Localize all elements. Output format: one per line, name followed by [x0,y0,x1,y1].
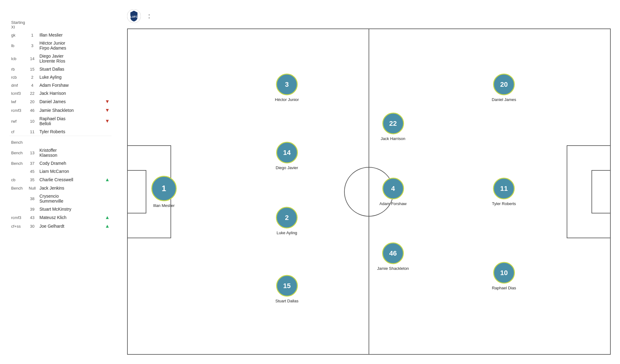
player-node-rwf: 10 Raphael Dias [492,262,516,290]
player-label-rwf: Raphael Dias [492,286,516,290]
player-circle-lwf: 20 [493,73,515,95]
player-icon [103,73,112,81]
player-node-gk: 1 Illan Meslier [151,176,177,208]
player-pos: cf+ss [9,222,27,230]
player-num: 1 [27,31,38,39]
player-num: 13 [27,146,38,159]
substitution-down-icon: ▼ [105,118,110,124]
player-name: Liam McCarron [38,167,103,175]
player-num: 10 [27,115,38,128]
goal-area-right [591,170,610,213]
player-num: 43 [27,213,38,222]
pitch-inner: 1 Illan Meslier 15 Stuart Dallas 2 Luke … [128,29,610,354]
player-pos [9,205,27,213]
player-icon: ▲ [103,175,112,184]
player-name: Joe Gelhardt [38,222,103,230]
player-num: 30 [27,222,38,230]
player-num: 38 [27,192,38,205]
player-num: Null [27,184,38,192]
club-crest-icon: LUFC [127,9,141,23]
player-circle-dmf: 4 [382,178,404,199]
player-node-cf: 11 Tyler Roberts [492,178,516,206]
player-name: KristofferKlaesson [38,146,103,159]
player-circle-gk: 1 [151,176,177,201]
player-name: Adam Forshaw [38,81,103,89]
player-label-lcb: Diego Javier [276,165,298,170]
substitution-up-icon: ▲ [105,177,110,182]
player-pos: rwf [9,115,27,128]
goal-area-left [128,170,146,213]
starting-xi-label: Starting XI [9,19,27,31]
player-label-rcb: Luke Ayling [277,230,297,235]
svg-text:LUFC: LUFC [130,15,138,18]
player-node-rcb: 2 Luke Ayling [276,207,298,235]
player-name: Diego JavierLlorente Ríos [38,52,103,65]
player-circle-rcb: 2 [276,207,298,228]
player-icon [103,167,112,175]
player-node-lcb: 14 Diego Javier [276,142,298,170]
player-num: 3 [27,39,38,52]
player-circle-lb: 3 [276,73,298,95]
player-label-cf: Tyler Roberts [492,201,516,206]
substitution-up-icon: ▲ [105,215,110,220]
player-icon [103,89,112,97]
substitution-down-icon: ▼ [105,107,110,113]
right-panel: LUFC : 1 Illan Meslier 15 Stuart Dallas … [121,0,620,364]
player-name: Stuart Dallas [38,65,103,73]
player-pos: lcmf3 [9,89,27,97]
player-pos: gk [9,31,27,39]
player-label-rb: Stuart Dallas [275,299,298,303]
player-name: Luke Ayling [38,73,103,81]
player-pos [9,167,27,175]
player-name: Mateusz Klich [38,213,103,222]
player-name: Illan Meslier [38,31,103,39]
player-num: 11 [27,128,38,136]
player-label-dmf: Adam Forshaw [379,201,406,206]
player-icon [103,81,112,89]
lineup-table: Starting XI gk 1 Illan Meslier lb 3 Héct… [9,19,112,230]
player-num: 14 [27,52,38,65]
player-icon [103,52,112,65]
player-label-gk: Illan Meslier [153,203,175,208]
player-label-rcmf3: Jamie Shackleton [377,266,409,271]
player-num: 22 [27,89,38,97]
player-num: 39 [27,205,38,213]
player-name: Daniel James [38,97,103,106]
player-name: Tyler Roberts [38,128,103,136]
player-name: Cody Drameh [38,159,103,167]
player-icon [103,128,112,136]
player-name: Raphael DiasBelloli [38,115,103,128]
player-icon: ▼ [103,106,112,115]
player-num: 4 [27,81,38,89]
player-node-lwf: 20 Daniel James [492,73,516,102]
player-circle-cf: 11 [493,178,515,199]
player-icon [103,146,112,159]
player-node-lcmf3: 22 Jack Harrison [381,112,405,141]
player-pos: rcmf3 [9,106,27,115]
player-pos: rcmf3 [9,213,27,222]
bench-label: Bench [9,138,27,146]
pitch-header: LUFC : [127,9,611,23]
player-icon: ▼ [103,97,112,106]
player-num: 46 [27,106,38,115]
player-name: Jack Jenkins [38,184,103,192]
substitution-up-icon: ▲ [105,223,110,229]
player-name: Héctor JuniorFirpo Adames [38,39,103,52]
player-icon [103,39,112,52]
player-node-rcmf3: 46 Jamie Shackleton [377,243,409,271]
player-pos: cb [9,175,27,184]
player-icon [103,31,112,39]
player-circle-lcb: 14 [276,142,298,164]
player-pos: lcb [9,52,27,65]
player-node-dmf: 4 Adam Forshaw [379,178,406,206]
player-icon [103,65,112,73]
player-pos: lb [9,39,27,52]
player-node-rb: 15 Stuart Dallas [275,275,298,303]
player-circle-rcmf3: 46 [382,243,404,264]
player-icon [103,159,112,167]
player-pos: rb [9,65,27,73]
player-pos: rcb [9,73,27,81]
player-pos: cf [9,128,27,136]
player-num: 45 [27,167,38,175]
player-name: Jack Harrison [38,89,103,97]
